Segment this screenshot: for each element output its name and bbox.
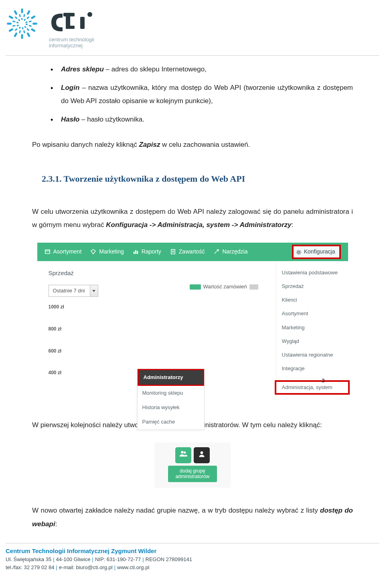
add-admin-button[interactable]: [194, 447, 210, 463]
document-icon: [170, 249, 176, 255]
menu-item[interactable]: Integracje: [282, 362, 342, 375]
footer-tel-label: tel./fax:: [6, 564, 24, 570]
svg-rect-33: [137, 251, 138, 254]
menu-item[interactable]: Marketing: [282, 321, 342, 335]
svg-rect-32: [135, 250, 136, 254]
closing-paragraph: W nowo otwartej zakładce należy nadać gr…: [32, 504, 353, 531]
dropdown-menu-konfiguracja: Ustawienia podstawowe Sprzedaż Klienci A…: [276, 261, 348, 397]
svg-rect-13: [23, 14, 25, 17]
date-range-dropdown[interactable]: Ostatnie 7 dni: [49, 285, 98, 297]
logo-mark: [6, 7, 38, 40]
menu-item[interactable]: Asortyment: [282, 307, 342, 320]
nav-raporty[interactable]: Raporty: [133, 247, 161, 256]
svg-rect-24: [19, 14, 21, 17]
svg-rect-9: [8, 28, 13, 32]
tooltip-add-group: dodaj grupę administratorów: [168, 466, 217, 482]
svg-rect-1: [21, 8, 23, 13]
svg-rect-8: [14, 32, 18, 37]
nav-konfiguracja-highlighted[interactable]: Konfiguracja: [292, 245, 341, 259]
count-badge: 2: [322, 377, 324, 385]
screenshot-admin-menu: Asortyment Marketing Raporty: [37, 243, 348, 397]
tooltip-line: administratorów: [176, 474, 210, 479]
nav-label: Narzędzia: [222, 247, 247, 256]
footer-address: Ul. Świętojańska 35: [6, 556, 51, 562]
submenu-item-cache[interactable]: Pamięć cache: [138, 415, 204, 429]
chevron-down-icon: [90, 285, 98, 296]
svg-rect-26: [63, 13, 75, 16]
users-icon: [179, 449, 188, 462]
brand-tagline: centrum technologii informatycznej: [49, 37, 97, 49]
svg-point-35: [217, 249, 219, 251]
screenshot-body: Sprzedaż Ostatnie 7 dni Wartość zamówień…: [37, 261, 348, 397]
text: w celu zachowania ustawień.: [160, 141, 250, 148]
legend-swatch-green: [190, 284, 201, 290]
svg-rect-22: [12, 20, 16, 22]
svg-rect-6: [26, 32, 30, 37]
bullet-item: Adres sklepu – adres do sklepu Interneto…: [51, 63, 353, 76]
bullet-rest: – nazwa użytkownika, który ma dostęp do …: [61, 84, 353, 104]
footer-nip: 631-190-72-77: [107, 556, 141, 562]
svg-rect-34: [171, 249, 175, 254]
panel-title: Sprzedaż: [49, 268, 276, 278]
nav-marketing[interactable]: Marketing: [90, 247, 124, 256]
section-heading: 2.3.1. Tworzenie użytkownika z dostępem …: [42, 172, 353, 186]
footer-company: Centrum Technologii Informatycznej: [6, 547, 109, 554]
svg-rect-17: [26, 28, 30, 31]
tagline-line1: centrum technologii: [49, 36, 94, 43]
menu-item[interactable]: Ustawienia podstawowe: [282, 266, 342, 280]
nav-narzedzia[interactable]: Narzędzia: [213, 247, 247, 256]
bullet-item: Hasło – hasło użytkownika.: [51, 113, 353, 126]
bullet-rest: – adres do sklepu Internetowego,: [104, 65, 207, 73]
nav-zawartosc[interactable]: Zawartość: [170, 247, 205, 256]
svg-rect-15: [28, 20, 32, 22]
text: Po wpisaniu danych należy kliknąć: [32, 141, 139, 148]
nav-label: Konfiguracja: [304, 247, 335, 256]
logo-text: centrum technologii informatycznej: [49, 7, 97, 49]
svg-rect-14: [26, 16, 30, 19]
footer-regon-label: REGON: [146, 556, 166, 562]
panel-left: Sprzedaż Ostatnie 7 dni Wartość zamówień…: [37, 261, 276, 397]
svg-rect-19: [19, 30, 21, 33]
ytick: 600 zł: [49, 347, 276, 355]
svg-rect-27: [66, 26, 75, 29]
submenu-item-historia[interactable]: Historia wysyłek: [138, 400, 204, 415]
brand-wordmark: [49, 10, 97, 34]
screenshot-add-group-button: dodaj grupę administratorów: [154, 442, 231, 488]
svg-rect-23: [14, 16, 18, 19]
text: :: [292, 221, 294, 229]
menu-item[interactable]: Wygląd: [282, 335, 342, 348]
menu-item[interactable]: Klienci: [282, 293, 342, 307]
user-icon: [198, 449, 206, 462]
footer-regon: 278099141: [166, 556, 192, 562]
add-group-button[interactable]: [175, 447, 191, 463]
y-axis-ticks: 1000 zł 800 zł 600 zł 400 zł: [49, 303, 276, 376]
menu-item[interactable]: Ustawienia regionalne: [282, 348, 342, 362]
menu-item-administracja-highlighted[interactable]: Administracja, system: [275, 380, 350, 395]
footer-email-label: e-mail:: [59, 564, 76, 570]
text: W nowo otwartej zakładce należy nadać gr…: [32, 507, 320, 514]
gear-icon: [296, 249, 302, 255]
svg-point-36: [298, 251, 300, 253]
svg-point-39: [201, 451, 203, 454]
tooltip-line: dodaj grupę: [180, 468, 205, 474]
legend-label: Wartość zamówień: [203, 283, 247, 291]
svg-rect-30: [45, 250, 49, 253]
ytick: 1000 zł: [49, 303, 276, 311]
footer-email-link[interactable]: biuro@cti.org.pl: [76, 564, 112, 570]
submenu-administracja: Administratorzy Monitoring sklepu Histor…: [137, 369, 205, 430]
tools-icon: [213, 249, 219, 255]
svg-rect-21: [12, 25, 16, 27]
svg-rect-18: [23, 30, 25, 33]
submenu-item-monitoring[interactable]: Monitoring sklepu: [138, 386, 204, 400]
page-footer: Centrum Technologii Informatycznej Zygmu…: [6, 547, 379, 580]
topnav: Asortyment Marketing Raporty: [37, 243, 348, 261]
nav-asortyment[interactable]: Asortyment: [45, 247, 82, 256]
submenu-item-administratorzy[interactable]: Administratorzy: [138, 369, 204, 386]
footer-owner: Zygmunt Wilder: [109, 547, 156, 554]
menu-item[interactable]: Sprzedaż: [282, 280, 342, 293]
dropdown-label: Ostatnie 7 dni: [49, 285, 90, 296]
bullet-term: Login: [61, 84, 79, 91]
svg-rect-3: [30, 15, 35, 19]
header-divider: [6, 55, 379, 56]
footer-www-link[interactable]: www.cti.org.pl: [117, 564, 149, 570]
